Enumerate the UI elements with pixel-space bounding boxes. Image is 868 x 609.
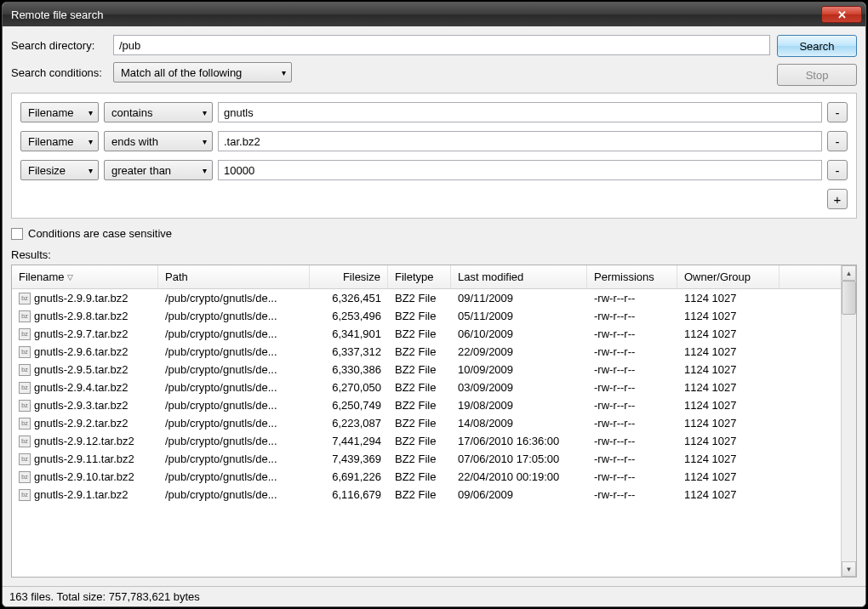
search-directory-input[interactable] [113, 35, 770, 55]
condition-value-input[interactable] [218, 102, 822, 122]
scroll-down-icon[interactable]: ▼ [842, 561, 856, 577]
cell-permissions: -rw-r--r-- [587, 345, 677, 358]
match-mode-select[interactable]: Match all of the following [113, 62, 292, 83]
table-row[interactable]: bzgnutls-2.9.10.tar.bz2/pub/crypto/gnutl… [12, 468, 841, 486]
remove-condition-button[interactable]: - [827, 131, 848, 151]
cell-owner: 1124 1027 [677, 470, 779, 483]
cell-filetype: BZ2 File [388, 488, 451, 501]
cell-filename: bzgnutls-2.9.3.tar.bz2 [12, 399, 158, 412]
remove-condition-button[interactable]: - [827, 102, 848, 122]
cell-modified: 07/06/2010 17:05:00 [451, 452, 587, 465]
file-icon: bz [19, 435, 31, 447]
condition-value-input[interactable] [218, 131, 822, 151]
file-icon: bz [19, 293, 31, 304]
condition-row: Filename ends with - [20, 131, 848, 151]
cell-filename: bzgnutls-2.9.9.tar.bz2 [12, 292, 158, 304]
condition-field-select[interactable]: Filesize [20, 160, 99, 180]
titlebar[interactable]: Remote file search ✕ [3, 3, 865, 26]
close-button[interactable]: ✕ [821, 6, 862, 23]
scroll-track[interactable] [842, 281, 856, 561]
file-icon: bz [19, 382, 31, 394]
col-header-owner[interactable]: Owner/Group [677, 265, 779, 288]
cell-filesize: 6,270,050 [310, 381, 388, 394]
table-row[interactable]: bzgnutls-2.9.2.tar.bz2/pub/crypto/gnutls… [12, 414, 841, 432]
cell-filename: bzgnutls-2.9.8.tar.bz2 [12, 310, 158, 322]
table-header: Filename ▽ Path Filesize Filetype Last m… [12, 265, 841, 289]
file-icon: bz [19, 364, 31, 376]
scroll-up-icon[interactable]: ▲ [842, 265, 856, 281]
results-table: Filename ▽ Path Filesize Filetype Last m… [11, 265, 857, 578]
cell-filesize: 6,330,386 [310, 363, 388, 376]
col-header-path[interactable]: Path [158, 265, 310, 288]
table-row[interactable]: bzgnutls-2.9.3.tar.bz2/pub/crypto/gnutls… [12, 396, 841, 414]
window-title: Remote file search [11, 9, 821, 21]
cell-owner: 1124 1027 [677, 381, 779, 394]
col-header-modified[interactable]: Last modified [451, 265, 587, 288]
table-row[interactable]: bzgnutls-2.9.9.tar.bz2/pub/crypto/gnutls… [12, 289, 841, 307]
cell-path: /pub/crypto/gnutls/de... [158, 417, 310, 430]
case-sensitive-row[interactable]: Conditions are case sensitive [11, 225, 857, 242]
condition-operator-select[interactable]: contains [104, 102, 213, 122]
cell-permissions: -rw-r--r-- [587, 310, 677, 322]
cell-owner: 1124 1027 [677, 435, 779, 447]
search-directory-label: Search directory: [11, 39, 106, 52]
col-header-filetype[interactable]: Filetype [388, 265, 451, 288]
window: Remote file search ✕ Search directory: S… [2, 2, 866, 607]
cell-path: /pub/crypto/gnutls/de... [158, 327, 310, 340]
scroll-thumb[interactable] [842, 281, 856, 315]
search-button[interactable]: Search [777, 35, 857, 57]
add-condition-button[interactable]: + [827, 189, 848, 209]
col-header-permissions[interactable]: Permissions [587, 265, 677, 288]
cell-modified: 17/06/2010 16:36:00 [451, 435, 587, 447]
condition-field-select[interactable]: Filename [20, 131, 99, 151]
cell-filesize: 6,223,087 [310, 417, 388, 430]
statusbar: 163 files. Total size: 757,783,621 bytes [3, 586, 865, 606]
cell-owner: 1124 1027 [677, 488, 779, 501]
cell-modified: 10/09/2009 [451, 363, 587, 376]
cell-filetype: BZ2 File [388, 310, 451, 322]
table-row[interactable]: bzgnutls-2.9.7.tar.bz2/pub/crypto/gnutls… [12, 325, 841, 343]
file-icon: bz [19, 453, 31, 465]
cell-permissions: -rw-r--r-- [587, 488, 677, 501]
table-row[interactable]: bzgnutls-2.9.5.tar.bz2/pub/crypto/gnutls… [12, 361, 841, 378]
cell-permissions: -rw-r--r-- [587, 292, 677, 304]
cell-owner: 1124 1027 [677, 452, 779, 465]
table-row[interactable]: bzgnutls-2.9.1.tar.bz2/pub/crypto/gnutls… [12, 486, 841, 504]
cell-path: /pub/crypto/gnutls/de... [158, 435, 310, 447]
cell-owner: 1124 1027 [677, 363, 779, 376]
table-body: bzgnutls-2.9.9.tar.bz2/pub/crypto/gnutls… [12, 289, 841, 504]
cell-modified: 19/08/2009 [451, 399, 587, 412]
table-row[interactable]: bzgnutls-2.9.12.tar.bz2/pub/crypto/gnutl… [12, 432, 841, 450]
case-sensitive-checkbox[interactable] [11, 228, 23, 240]
file-icon: bz [19, 471, 31, 483]
table-row[interactable]: bzgnutls-2.9.11.tar.bz2/pub/crypto/gnutl… [12, 450, 841, 468]
condition-field-select[interactable]: Filename [20, 102, 99, 122]
cell-filesize: 6,250,749 [310, 399, 388, 412]
search-conditions-label: Search conditions: [11, 66, 106, 79]
col-header-filename[interactable]: Filename ▽ [12, 265, 158, 288]
vertical-scrollbar[interactable]: ▲ ▼ [841, 265, 856, 577]
cell-path: /pub/crypto/gnutls/de... [158, 452, 310, 465]
cell-filesize: 6,341,901 [310, 327, 388, 340]
content: Search directory: Search conditions: Mat… [3, 26, 865, 586]
cell-filetype: BZ2 File [388, 345, 451, 358]
remove-condition-button[interactable]: - [827, 160, 848, 180]
cell-filename: bzgnutls-2.9.7.tar.bz2 [12, 327, 158, 340]
condition-operator-select[interactable]: ends with [104, 131, 213, 151]
cell-owner: 1124 1027 [677, 417, 779, 430]
table-row[interactable]: bzgnutls-2.9.4.tar.bz2/pub/crypto/gnutls… [12, 378, 841, 396]
stop-button[interactable]: Stop [777, 64, 857, 86]
table-row[interactable]: bzgnutls-2.9.8.tar.bz2/pub/crypto/gnutls… [12, 307, 841, 325]
col-header-filesize[interactable]: Filesize [310, 265, 388, 288]
cell-path: /pub/crypto/gnutls/de... [158, 488, 310, 501]
cell-permissions: -rw-r--r-- [587, 381, 677, 394]
table-row[interactable]: bzgnutls-2.9.6.tar.bz2/pub/crypto/gnutls… [12, 343, 841, 361]
condition-operator-select[interactable]: greater than [104, 160, 213, 180]
cell-path: /pub/crypto/gnutls/de... [158, 292, 310, 304]
cell-filesize: 7,441,294 [310, 435, 388, 447]
case-sensitive-label: Conditions are case sensitive [28, 227, 172, 240]
cell-permissions: -rw-r--r-- [587, 435, 677, 447]
condition-value-input[interactable] [218, 160, 822, 180]
cell-owner: 1124 1027 [677, 345, 779, 358]
cell-filetype: BZ2 File [388, 327, 451, 340]
